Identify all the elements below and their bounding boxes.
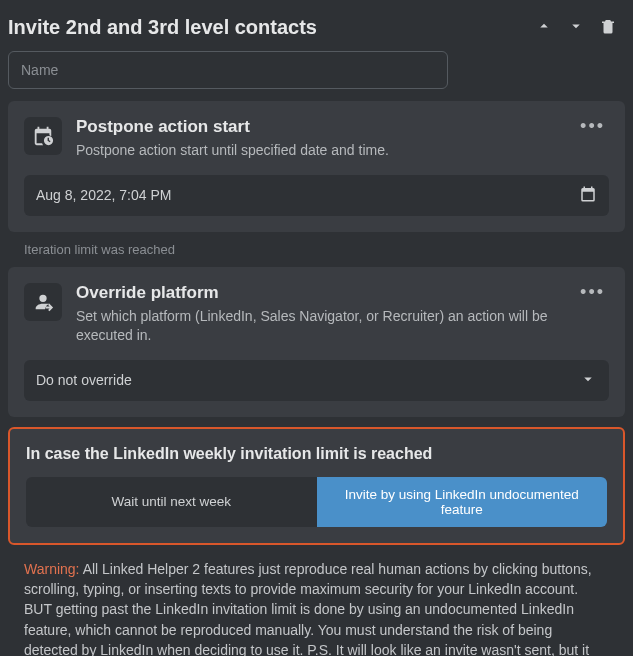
platform-icon — [24, 283, 62, 321]
postpone-more-icon[interactable]: ••• — [576, 117, 609, 135]
postpone-title: Postpone action start — [76, 117, 562, 137]
override-info: Override platform Set which platform (Li… — [76, 283, 562, 346]
postpone-datetime-value: Aug 8, 2022, 7:04 PM — [36, 187, 171, 203]
postpone-card: Postpone action start Postpone action st… — [8, 101, 625, 232]
warning-text: Warning: All Linked Helper 2 features ju… — [8, 559, 625, 656]
name-input[interactable] — [8, 51, 448, 89]
override-select-value: Do not override — [36, 372, 132, 388]
override-card: Override platform Set which platform (Li… — [8, 267, 625, 417]
chevron-down-icon — [579, 370, 597, 391]
postpone-header: Postpone action start Postpone action st… — [24, 117, 609, 161]
override-select[interactable]: Do not override — [24, 360, 609, 401]
warning-label: Warning: — [24, 561, 80, 577]
weekly-limit-title: In case the LinkedIn weekly invitation l… — [26, 445, 607, 463]
calendar-icon[interactable] — [579, 185, 597, 206]
postpone-desc: Postpone action start until specified da… — [76, 141, 562, 161]
page-title: Invite 2nd and 3rd level contacts — [8, 16, 317, 39]
warning-body: All Linked Helper 2 features just reprod… — [24, 561, 592, 656]
option-bypass-button[interactable]: Invite by using LinkedIn undocumented fe… — [317, 477, 608, 527]
option-wait-button[interactable]: Wait until next week — [26, 477, 317, 527]
weekly-limit-toggle: Wait until next week Invite by using Lin… — [26, 477, 607, 527]
expand-down-icon[interactable] — [567, 17, 585, 38]
delete-icon[interactable] — [599, 17, 617, 38]
postpone-datetime-field[interactable]: Aug 8, 2022, 7:04 PM — [24, 175, 609, 216]
override-more-icon[interactable]: ••• — [576, 283, 609, 301]
calendar-clock-icon — [24, 117, 62, 155]
content-area: Postpone action start Postpone action st… — [0, 101, 633, 656]
page-header: Invite 2nd and 3rd level contacts — [0, 0, 633, 51]
iteration-limit-note: Iteration limit was reached — [24, 242, 625, 257]
collapse-up-icon[interactable] — [535, 17, 553, 38]
postpone-info: Postpone action start Postpone action st… — [76, 117, 562, 161]
override-desc: Set which platform (LinkedIn, Sales Navi… — [76, 307, 562, 346]
weekly-limit-card: In case the LinkedIn weekly invitation l… — [8, 427, 625, 545]
override-title: Override platform — [76, 283, 562, 303]
override-header: Override platform Set which platform (Li… — [24, 283, 609, 346]
header-actions — [535, 17, 625, 38]
